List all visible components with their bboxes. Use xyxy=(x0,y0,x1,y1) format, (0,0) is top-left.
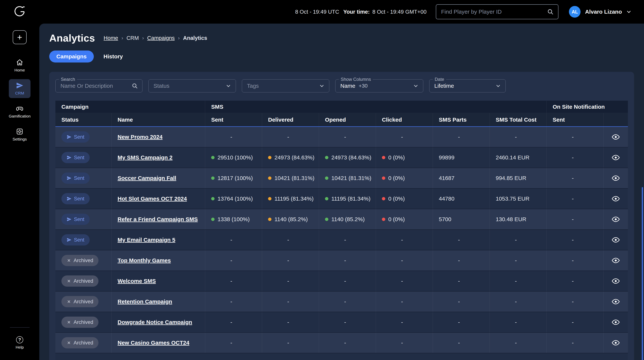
your-time-label: Your time: xyxy=(343,9,370,15)
view-details-eye-button[interactable] xyxy=(609,130,622,143)
sent-status-badge: Sent xyxy=(62,234,90,246)
tags-filter-dropdown[interactable]: Tags xyxy=(242,79,329,92)
metric-cell: - xyxy=(319,292,376,312)
view-details-eye-button[interactable] xyxy=(609,192,622,205)
player-search-input[interactable] xyxy=(441,8,544,15)
status-filter-placeholder: Status xyxy=(154,83,222,89)
sidebar-item-home[interactable]: Home xyxy=(0,56,39,75)
metric-value: 5700 xyxy=(439,216,451,223)
sidebar-item-gamification[interactable]: Gamification xyxy=(0,102,39,121)
breadcrumb-home[interactable]: Home xyxy=(104,35,118,41)
campaign-name-link[interactable]: Refer a Friend Campaign SMS xyxy=(118,216,198,223)
sidebar-divider xyxy=(10,327,30,328)
metric-cell: - xyxy=(319,127,376,147)
metric-cell: - xyxy=(490,292,547,312)
search-icon[interactable] xyxy=(547,8,554,15)
metric-cell: 1140 (85.2%) xyxy=(262,209,319,229)
metric-cell: - xyxy=(376,230,433,250)
metric-value: 0 (0%) xyxy=(388,154,405,161)
campaign-name-link[interactable]: New Promo 2024 xyxy=(118,134,162,140)
sidebar-item-settings[interactable]: Settings xyxy=(0,125,39,144)
metric-value: - xyxy=(515,237,517,243)
tab-history[interactable]: History xyxy=(104,53,123,60)
archived-status-badge: Archived xyxy=(62,296,98,307)
orange-status-dot-icon xyxy=(268,197,272,200)
player-search-box xyxy=(436,4,558,19)
campaign-name-link[interactable]: Dowgrade Notice Campaign xyxy=(118,319,192,325)
metric-cell: 1338 (100%) xyxy=(205,209,262,229)
green-status-dot-icon xyxy=(325,176,328,180)
column-header-sent: Sent xyxy=(205,113,262,126)
campaign-name-link[interactable]: Top Monthly Games xyxy=(118,257,171,264)
archived-status-badge: Archived xyxy=(62,317,98,328)
table-group-header: Campaign SMS On Site Notification xyxy=(56,101,628,113)
metric-value: - xyxy=(230,340,232,346)
metric-value: - xyxy=(344,237,346,243)
campaign-name-link[interactable]: New Casino Games OCT24 xyxy=(118,340,189,346)
create-new-button[interactable]: + xyxy=(13,30,26,44)
view-details-eye-button[interactable] xyxy=(609,275,622,288)
sent-status-badge: Sent xyxy=(62,214,90,225)
search-field-label: Search xyxy=(59,77,77,82)
campaign-name-link[interactable]: Hot Slot Games OCT 2024 xyxy=(118,196,187,202)
status-cell: Sent xyxy=(56,147,112,168)
view-details-eye-button[interactable] xyxy=(609,213,622,226)
actions-cell xyxy=(604,147,628,168)
metric-cell: - xyxy=(547,127,604,147)
metric-cell: - xyxy=(547,209,604,229)
campaign-search-field: Search xyxy=(56,79,142,92)
metric-value: - xyxy=(344,278,346,284)
green-status-dot-icon xyxy=(211,156,214,159)
user-menu-chevron-down-icon[interactable] xyxy=(626,8,632,15)
metric-cell: - xyxy=(490,333,547,353)
search-icon[interactable] xyxy=(132,82,138,89)
gamepad-icon xyxy=(16,105,24,112)
red-status-dot-icon xyxy=(382,176,385,180)
metric-value: - xyxy=(572,299,574,305)
chevron-down-icon xyxy=(412,83,419,89)
sidebar-item-crm[interactable]: CRM xyxy=(0,79,39,98)
metric-value: 12817 (100%) xyxy=(218,175,253,181)
campaign-name-link[interactable]: Retention Campaign xyxy=(118,299,172,305)
status-cell: Archived xyxy=(56,333,112,353)
tab-campaigns[interactable]: Campaigns xyxy=(49,50,94,62)
user-avatar[interactable]: AL xyxy=(569,6,580,17)
metric-value: - xyxy=(515,278,517,284)
help-button[interactable]: ? Help xyxy=(16,336,24,350)
campaign-name-link[interactable]: Soccer Campaign Fall xyxy=(118,175,176,181)
breadcrumb-crm[interactable]: CRM xyxy=(126,35,139,41)
view-details-eye-button[interactable] xyxy=(609,295,622,308)
campaign-search-input[interactable] xyxy=(60,83,129,89)
campaign-name-link[interactable]: My SMS Campaign 2 xyxy=(118,154,172,161)
sidebar: + Home CRM xyxy=(0,23,39,360)
status-filter-dropdown[interactable]: Status xyxy=(148,79,236,92)
metric-value: 24973 (84.63%) xyxy=(274,154,314,161)
metric-value: - xyxy=(344,257,346,264)
vertical-scrollbar[interactable] xyxy=(642,187,643,360)
metric-value: 99899 xyxy=(439,154,454,161)
metric-value: 11195 (81.34%) xyxy=(331,196,370,202)
view-details-eye-button[interactable] xyxy=(609,254,622,267)
view-details-eye-button[interactable] xyxy=(609,172,622,185)
metric-value: - xyxy=(401,278,403,284)
view-details-eye-button[interactable] xyxy=(609,151,622,164)
view-details-eye-button[interactable] xyxy=(609,316,622,329)
metric-value: 13764 (100%) xyxy=(218,196,253,202)
table-row: ArchivedTop Monthly Games------- xyxy=(56,250,628,271)
view-details-eye-button[interactable] xyxy=(609,233,622,246)
app-logo[interactable] xyxy=(0,4,39,19)
date-filter-dropdown[interactable]: Date Lifetime xyxy=(429,79,506,92)
red-status-dot-icon xyxy=(382,197,385,200)
show-columns-dropdown[interactable]: Show Columns Name +30 xyxy=(335,79,423,92)
red-status-dot-icon xyxy=(382,218,385,221)
content-panel: Search Status Tags xyxy=(49,72,634,360)
status-cell: Archived xyxy=(56,271,112,291)
metric-cell: 13764 (100%) xyxy=(205,189,262,209)
campaign-name-link[interactable]: My Email Campaign 5 xyxy=(118,237,175,243)
campaign-name-link[interactable]: Welcome SMS xyxy=(118,278,156,284)
metric-cell: 2460.14 EUR xyxy=(490,147,547,168)
orange-status-dot-icon xyxy=(268,176,272,180)
breadcrumb-campaigns[interactable]: Campaigns xyxy=(147,35,175,41)
actions-cell xyxy=(604,333,628,353)
view-details-eye-button[interactable] xyxy=(609,336,622,349)
